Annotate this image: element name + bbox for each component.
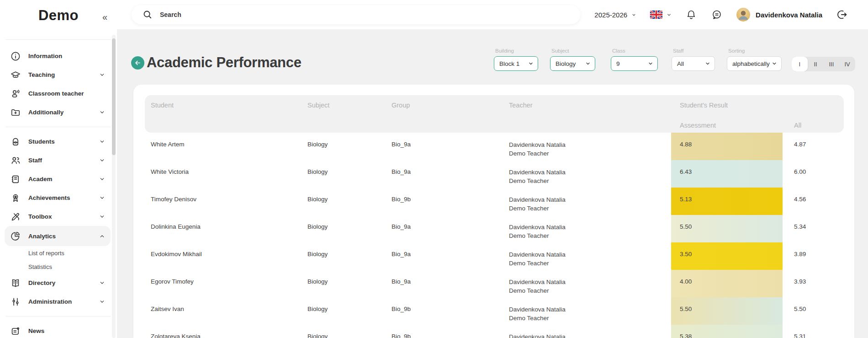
staff-filter-select[interactable]: All [672, 56, 715, 71]
subject-cell: Biology [307, 215, 392, 242]
class-filter-select[interactable]: 9 [611, 56, 658, 71]
user-name: Davidenkova Natalia [756, 11, 822, 19]
chevron-down-icon [99, 214, 105, 220]
table-row: Dolinkina EugeniaBiologyBio_9aDavidenkov… [133, 215, 854, 242]
sidebar-item-label: Students [28, 138, 99, 145]
group-cell: Bio_9a [392, 270, 509, 297]
assessment-cell: 4.00 [671, 270, 783, 297]
quarter-i-button[interactable]: I [792, 57, 808, 71]
bell-icon[interactable] [685, 9, 697, 21]
sidebar-item-label: News [28, 327, 105, 334]
quarter-iv-button[interactable]: IV [839, 57, 855, 71]
chevron-down-icon [648, 61, 653, 66]
sidebar-item-directory[interactable]: Directory [5, 274, 111, 292]
sidebar: Demo « InformationTeachingClassroom teac… [0, 0, 117, 338]
sidebar-item-label: Staff [28, 157, 99, 164]
app-logo: Demo [0, 7, 117, 24]
students-icon [10, 136, 21, 147]
sidebar-item-label: Academ [28, 176, 99, 182]
chat-icon[interactable] [711, 9, 723, 21]
table-row: White ArtemBiologyBio_9aDavidenkova Nata… [133, 133, 854, 160]
quarter-ii-button[interactable]: II [808, 57, 824, 71]
avatar [736, 8, 750, 21]
sidebar-item-label: Toolbox [28, 213, 99, 220]
sidebar-item-toolbox[interactable]: Toolbox [5, 207, 111, 226]
search-input[interactable] [160, 11, 553, 18]
group-cell: Bio_9a [392, 215, 509, 242]
search-bar[interactable] [132, 5, 580, 24]
teacher-cell: Davidenkova NataliaDemo Teacher [509, 242, 671, 270]
sidebar-item-label: Classroom teacher [28, 90, 105, 97]
subject-cell: Biology [307, 133, 392, 160]
assessment-cell: 5.50 [671, 297, 783, 325]
subject-cell: Biology [307, 160, 392, 188]
group-cell: Bio_9a [392, 133, 509, 160]
group-cell: Bio_9a [392, 160, 509, 188]
group-cell: Bio_9b [392, 325, 509, 338]
sidebar-item-classroom-teacher[interactable]: Classroom teacher [5, 84, 111, 103]
group-cell: Bio_9a [392, 242, 509, 270]
sidebar-subitem-statistics[interactable]: Statistics [5, 260, 111, 274]
class-filter: Class 9 [611, 48, 658, 71]
back-button[interactable] [131, 56, 144, 70]
sidebar-item-label: Achievements [28, 194, 99, 201]
assessment-cell: 5.38 [671, 325, 783, 338]
teacher-cell: Davidenkova NataliaDemo Teacher [509, 160, 671, 188]
sidebar-item-news[interactable]: News [5, 322, 111, 338]
subject-filter-select[interactable]: Biology [550, 56, 595, 71]
logout-icon[interactable] [836, 9, 848, 21]
student-cell: Zaitsev Ivan [151, 297, 307, 325]
sidebar-item-academ[interactable]: Academ [5, 170, 111, 188]
student-cell: Dolinkina Eugenia [151, 215, 307, 242]
chevron-down-icon [705, 61, 710, 66]
class-filter-label: Class [612, 48, 658, 54]
sidebar-item-label: Directory [28, 279, 99, 286]
user-menu[interactable]: Davidenkova Natalia [736, 8, 822, 21]
subject-filter-label: Subject [551, 48, 595, 54]
academ-icon [10, 174, 21, 185]
teacher-cell: Davidenkova NataliaDemo Teacher [509, 270, 671, 297]
table-body: White ArtemBiologyBio_9aDavidenkova Nata… [133, 133, 854, 338]
building-filter-label: Building [495, 48, 538, 54]
quarter-iii-button[interactable]: III [824, 57, 840, 71]
chevron-down-icon [772, 61, 777, 66]
sidebar-item-label: Analytics [28, 233, 99, 240]
building-filter-select[interactable]: Block 1 [494, 56, 538, 71]
table-row: White VictoriaBiologyBio_9aDavidenkova N… [133, 160, 854, 188]
teacher-cell: Davidenkova NataliaDemo Teacher [509, 133, 671, 160]
sidebar-collapse-icon[interactable]: « [102, 12, 107, 22]
teacher-cell: Davidenkova NataliaDemo Teacher [509, 215, 671, 242]
uk-flag-icon [650, 11, 662, 19]
sidebar-scrollbar[interactable] [112, 35, 116, 338]
sidebar-item-teaching[interactable]: Teaching [5, 65, 111, 84]
chevron-down-icon [99, 72, 105, 78]
table-row: Zolotareva KseniaBiologyBio_9bDavidenkov… [133, 325, 854, 338]
staff-filter: Staff All [672, 48, 715, 71]
school-year-selector[interactable]: 2025-2026 [594, 11, 636, 19]
subject-cell: Biology [307, 242, 392, 270]
chevron-down-icon [99, 280, 105, 286]
sidebar-divider [5, 316, 111, 317]
analytics-icon [10, 231, 21, 241]
chevron-down-icon [99, 139, 105, 145]
sidebar-item-analytics[interactable]: Analytics [5, 226, 111, 246]
table-row: Egorov TimofeyBiologyBio_9aDavidenkova N… [133, 270, 854, 297]
language-selector[interactable] [650, 11, 672, 19]
sidebar-item-additionally[interactable]: Additionally [5, 103, 111, 122]
sidebar-subitem-list-of-reports[interactable]: List of reports [5, 246, 111, 260]
sidebar-item-administration[interactable]: Administration [5, 292, 111, 311]
chevron-down-icon [99, 195, 105, 201]
sidebar-item-information[interactable]: Information [5, 47, 111, 65]
sidebar-item-achievements[interactable]: Achievements [5, 188, 111, 207]
sorting-filter-select[interactable]: alphabetically [727, 56, 782, 71]
sidebar-nav: InformationTeachingClassroom teacherAddi… [0, 47, 117, 338]
teacher-cell: Davidenkova NataliaDemo Teacher [509, 297, 671, 325]
sidebar-item-staff[interactable]: Staff [5, 151, 111, 170]
topbar: 2025-2026 Davidenkova Natalia [117, 0, 868, 29]
sidebar-scrollbar-thumb[interactable] [112, 38, 116, 155]
subject-filter-value: Biology [556, 60, 576, 67]
info-icon [10, 51, 21, 62]
sidebar-item-students[interactable]: Students [5, 132, 111, 151]
sorting-filter: Sorting alphabetically [727, 48, 782, 71]
all-result-cell: 3.89 [783, 242, 847, 270]
